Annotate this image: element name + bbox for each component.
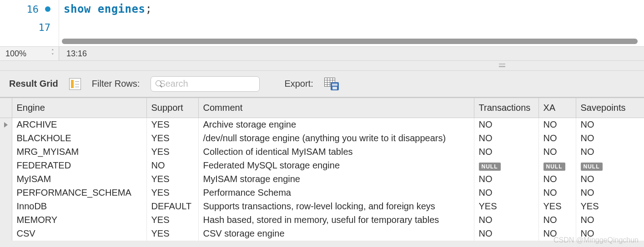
zoom-stepper[interactable]: ˄ ˅ — [51, 49, 54, 58]
table-cell[interactable]: NO — [538, 118, 576, 132]
table-cell[interactable]: NO — [474, 145, 538, 159]
drag-handle-icon[interactable] — [499, 64, 505, 67]
table-cell[interactable]: MyISAM storage engine — [198, 173, 474, 186]
table-cell[interactable]: CSV storage engine — [198, 227, 474, 241]
table-cell[interactable]: NO — [474, 132, 538, 145]
table-cell[interactable]: MRG_MYISAM — [12, 145, 146, 159]
table-cell[interactable]: NO — [538, 186, 576, 200]
column-header[interactable]: Savepoints — [576, 98, 644, 118]
table-cell[interactable]: NO — [474, 118, 538, 132]
table-cell[interactable]: NO — [576, 227, 644, 241]
table-cell[interactable]: PERFORMANCE_SCHEMA — [12, 186, 146, 200]
table-cell[interactable]: FEDERATED — [12, 159, 146, 173]
filter-search-input[interactable] — [159, 79, 274, 89]
export-button[interactable] — [324, 78, 339, 90]
table-cell[interactable]: NO — [576, 145, 644, 159]
table-cell[interactable]: NO — [474, 173, 538, 186]
table-cell[interactable]: MEMORY — [12, 213, 146, 227]
table-cell[interactable]: /dev/null storage engine (anything you w… — [198, 132, 474, 145]
table-cell[interactable]: Archive storage engine — [198, 118, 474, 132]
row-handle[interactable] — [0, 200, 12, 213]
export-label: Export: — [284, 79, 313, 89]
column-header[interactable]: XA — [538, 98, 576, 118]
row-handle[interactable] — [0, 118, 12, 132]
table-cell[interactable]: NO — [576, 132, 644, 145]
table-cell[interactable]: NO — [538, 227, 576, 241]
row-handle[interactable] — [0, 173, 12, 186]
table-cell[interactable]: NULL — [538, 159, 576, 173]
table-cell[interactable]: YES — [576, 200, 644, 213]
editor-horizontal-scrollbar[interactable] — [62, 39, 638, 44]
grid-icon[interactable] — [69, 78, 81, 90]
row-handle[interactable] — [0, 159, 12, 173]
table-cell[interactable]: NO — [576, 213, 644, 227]
table-cell[interactable]: NULL — [474, 159, 538, 173]
table-cell[interactable]: CSV — [12, 227, 146, 241]
pane-divider[interactable] — [0, 61, 644, 71]
table-cell[interactable]: NO — [576, 118, 644, 132]
table-row[interactable]: CSVYESCSV storage engineNONONO — [0, 227, 644, 241]
table-cell[interactable]: NO — [146, 159, 198, 173]
null-badge: NULL — [543, 163, 565, 171]
column-header[interactable]: Engine — [12, 98, 146, 118]
table-cell[interactable]: NO — [474, 213, 538, 227]
row-handle[interactable] — [0, 132, 12, 145]
table-cell[interactable]: NO — [576, 173, 644, 186]
table-cell[interactable]: YES — [146, 173, 198, 186]
table-cell[interactable]: NO — [538, 145, 576, 159]
code-content[interactable]: show engines; — [59, 3, 644, 15]
table-cell[interactable]: Performance Schema — [198, 186, 474, 200]
table-cell[interactable]: BLACKHOLE — [12, 132, 146, 145]
table-cell[interactable]: Hash based, stored in memory, useful for… — [198, 213, 474, 227]
column-header[interactable]: Transactions — [474, 98, 538, 118]
row-handle[interactable] — [0, 213, 12, 227]
zoom-level[interactable]: 100% — [5, 49, 26, 59]
sql-editor[interactable]: 16show engines;17 — [0, 0, 644, 46]
filter-search-field[interactable] — [151, 76, 260, 92]
table-cell[interactable]: YES — [538, 200, 576, 213]
table-cell[interactable]: NO — [576, 186, 644, 200]
table-cell[interactable]: NULL — [576, 159, 644, 173]
table-cell[interactable]: YES — [146, 132, 198, 145]
table-cell[interactable]: MyISAM — [12, 173, 146, 186]
table-row[interactable]: ARCHIVEYESArchive storage engineNONONO — [0, 118, 644, 132]
table-cell[interactable]: InnoDB — [12, 200, 146, 213]
result-grid-title: Result Grid — [9, 79, 58, 89]
result-grid[interactable]: EngineSupportCommentTransactionsXASavepo… — [0, 97, 644, 241]
table-row[interactable]: MyISAMYESMyISAM storage engineNONONO — [0, 173, 644, 186]
editor-line[interactable]: 17 — [0, 18, 644, 36]
editor-gutter[interactable]: 16 — [0, 0, 59, 18]
table-cell[interactable]: DEFAULT — [146, 200, 198, 213]
table-row[interactable]: FEDERATEDNOFederated MySQL storage engin… — [0, 159, 644, 173]
table-row[interactable]: MEMORYYESHash based, stored in memory, u… — [0, 213, 644, 227]
table-cell[interactable]: YES — [474, 200, 538, 213]
scrollbar-thumb[interactable] — [62, 39, 638, 44]
chevron-down-icon[interactable]: ˅ — [51, 54, 54, 58]
column-header[interactable]: Support — [146, 98, 198, 118]
table-cell[interactable]: NO — [474, 227, 538, 241]
column-header[interactable]: Comment — [198, 98, 474, 118]
table-cell[interactable]: ARCHIVE — [12, 118, 146, 132]
editor-gutter[interactable]: 17 — [0, 18, 59, 36]
table-cell[interactable]: Collection of identical MyISAM tables — [198, 145, 474, 159]
row-handle[interactable] — [0, 186, 12, 200]
table-cell[interactable]: Supports transactions, row-level locking… — [198, 200, 474, 213]
table-cell[interactable]: Federated MySQL storage engine — [198, 159, 474, 173]
table-row[interactable]: PERFORMANCE_SCHEMAYESPerformance SchemaN… — [0, 186, 644, 200]
row-handle[interactable] — [0, 145, 12, 159]
table-row[interactable]: BLACKHOLEYES/dev/null storage engine (an… — [0, 132, 644, 145]
table-row[interactable]: MRG_MYISAMYESCollection of identical MyI… — [0, 145, 644, 159]
table-cell[interactable]: NO — [538, 132, 576, 145]
table-cell[interactable]: YES — [146, 213, 198, 227]
table-cell[interactable]: NO — [474, 186, 538, 200]
table-cell[interactable]: YES — [146, 227, 198, 241]
table-row[interactable]: InnoDBDEFAULTSupports transactions, row-… — [0, 200, 644, 213]
editor-line[interactable]: 16show engines; — [0, 0, 644, 18]
table-cell[interactable]: YES — [146, 145, 198, 159]
table-cell[interactable]: NO — [538, 213, 576, 227]
breakpoint-dot-icon[interactable] — [45, 6, 50, 12]
row-handle[interactable] — [0, 227, 12, 241]
table-cell[interactable]: YES — [146, 186, 198, 200]
table-cell[interactable]: YES — [146, 118, 198, 132]
table-cell[interactable]: NO — [538, 173, 576, 186]
